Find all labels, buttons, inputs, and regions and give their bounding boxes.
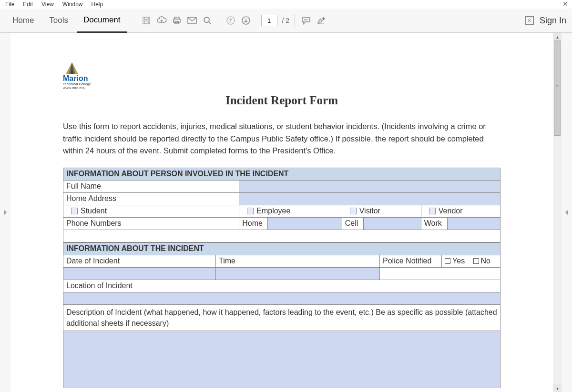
svg-point-7: [204, 17, 209, 22]
toolbar: Home Tools Document / 2 ✕ Sign In: [0, 9, 572, 33]
cloud-upload-icon[interactable]: [155, 14, 168, 27]
mail-icon[interactable]: [185, 14, 199, 27]
chevron-left-icon: [565, 210, 569, 215]
field-address[interactable]: [239, 192, 500, 205]
left-panel-toggle[interactable]: [0, 33, 10, 392]
menu-view[interactable]: View: [37, 1, 58, 8]
label-phones: Phone Numbers: [63, 217, 239, 230]
chevron-right-icon: [3, 210, 7, 215]
page-number-input[interactable]: [261, 15, 277, 26]
option-police-yes[interactable]: Yes: [442, 255, 470, 267]
print-icon[interactable]: [170, 14, 184, 27]
scroll-track[interactable]: ≡: [553, 40, 562, 384]
field-phone-work[interactable]: [447, 217, 500, 230]
checkbox-icon[interactable]: [71, 208, 78, 214]
checkbox-icon[interactable]: [429, 208, 436, 214]
label-time: Time: [216, 255, 380, 267]
tab-tools[interactable]: Tools: [42, 9, 75, 33]
option-employee[interactable]: Employee: [239, 205, 342, 217]
svg-rect-0: [143, 17, 150, 24]
scrollbar[interactable]: ▴ ≡ ▾: [553, 33, 562, 392]
page-down-icon[interactable]: [239, 14, 253, 27]
separator: [294, 14, 295, 27]
checkbox-icon[interactable]: [247, 208, 254, 214]
scroll-down-icon[interactable]: ▾: [553, 384, 562, 392]
label-address: Home Address: [63, 192, 239, 205]
tab-document[interactable]: Document: [77, 9, 127, 33]
option-visitor[interactable]: Visitor: [342, 205, 421, 217]
field-date[interactable]: [63, 267, 216, 280]
sign-in-button[interactable]: Sign In: [540, 16, 566, 26]
logo: Marion Technical College www.mtc.edu: [63, 61, 500, 90]
section-header-person: INFORMATION ABOUT PERSON INVOLVED IN THE…: [63, 168, 500, 180]
sign-icon[interactable]: [315, 14, 328, 27]
intro-text: Use this form to report accidents, injur…: [63, 121, 500, 157]
document-viewport: Marion Technical College www.mtc.edu Inc…: [10, 33, 553, 392]
document-title: Incident Report Form: [63, 94, 500, 107]
option-vendor[interactable]: Vendor: [421, 205, 500, 217]
scroll-up-icon[interactable]: ▴: [553, 33, 562, 40]
comment-icon[interactable]: [299, 14, 313, 27]
close-icon[interactable]: ✕: [562, 0, 568, 8]
menu-bar: File Edit View Window Help ✕: [0, 0, 572, 9]
hover-tool-icon[interactable]: ✕: [525, 16, 534, 25]
separator: [219, 14, 219, 27]
checkbox-icon[interactable]: [473, 258, 479, 264]
svg-rect-1: [144, 17, 148, 20]
checkbox-icon[interactable]: [350, 208, 357, 214]
svg-rect-2: [144, 21, 148, 24]
scroll-thumb[interactable]: ≡: [554, 40, 561, 136]
option-police-no[interactable]: No: [470, 255, 500, 267]
logo-name: Marion: [63, 75, 500, 82]
menu-help[interactable]: Help: [87, 1, 108, 8]
field-description[interactable]: [63, 331, 500, 388]
label-phone-cell: Cell: [342, 217, 363, 230]
label-fullname: Full Name: [63, 180, 239, 192]
label-phone-work: Work: [421, 217, 447, 230]
menu-edit[interactable]: Edit: [19, 1, 37, 8]
person-info-table: INFORMATION ABOUT PERSON INVOLVED IN THE…: [63, 168, 500, 242]
incident-info-table: INFORMATION ABOUT THE INCIDENT Date of I…: [63, 242, 500, 388]
svg-rect-4: [174, 19, 180, 22]
right-panel-toggle[interactable]: [562, 33, 572, 392]
logo-subtitle: Technical College: [63, 82, 500, 86]
menu-window[interactable]: Window: [58, 1, 87, 8]
label-description: Description of Incident (what happened, …: [63, 304, 500, 331]
field-phone-cell[interactable]: [363, 217, 421, 230]
save-icon[interactable]: [140, 14, 153, 27]
page-total: / 2: [282, 17, 290, 24]
tab-home[interactable]: Home: [6, 9, 41, 33]
field-location[interactable]: [63, 292, 500, 304]
field-time[interactable]: [216, 267, 380, 280]
field-phone-home[interactable]: [268, 217, 342, 230]
field-fullname[interactable]: [239, 180, 500, 192]
checkbox-icon[interactable]: [445, 258, 450, 264]
label-date: Date of Incident: [63, 255, 216, 267]
label-phone-home: Home: [239, 217, 268, 230]
logo-url: www.mtc.edu: [63, 86, 500, 90]
label-location: Location of Incident: [63, 280, 500, 292]
page-up-icon[interactable]: [224, 14, 237, 27]
search-icon[interactable]: [201, 14, 214, 27]
section-header-incident: INFORMATION ABOUT THE INCIDENT: [63, 242, 500, 255]
menu-file[interactable]: File: [1, 1, 19, 8]
option-student[interactable]: Student: [63, 205, 239, 217]
label-police: Police Notified: [380, 255, 442, 267]
